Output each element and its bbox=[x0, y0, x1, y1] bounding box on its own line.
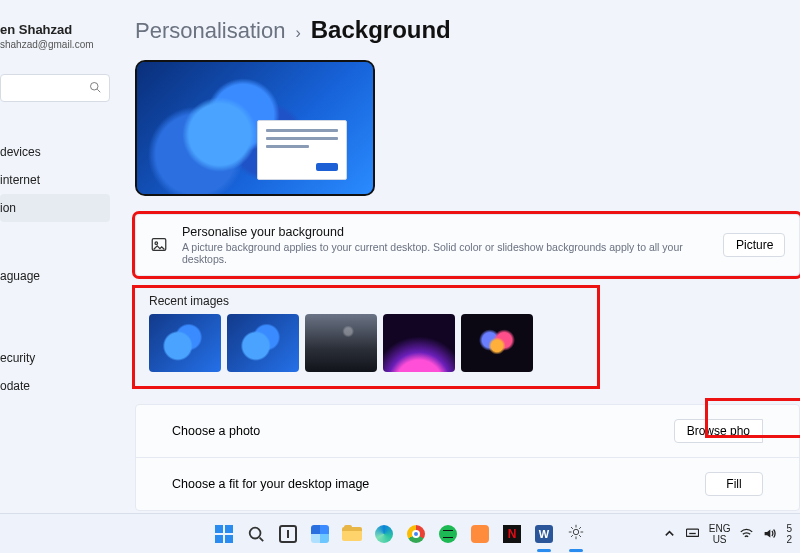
widgets-button[interactable] bbox=[306, 520, 334, 548]
account-name: en Shahzad bbox=[0, 22, 110, 37]
wifi-icon[interactable] bbox=[740, 527, 753, 542]
lang-secondary: US bbox=[709, 534, 731, 545]
netflix-button[interactable]: N bbox=[498, 520, 526, 548]
recent-images-card: Recent images bbox=[135, 288, 597, 386]
start-button[interactable] bbox=[210, 520, 238, 548]
chrome-icon bbox=[407, 525, 425, 543]
sidebar-items: devices internet ion aguage ecurity odat… bbox=[0, 138, 110, 400]
task-view-button[interactable] bbox=[274, 520, 302, 548]
taskbar: N W ENG US 5 2 bbox=[0, 513, 800, 553]
recent-image-1[interactable] bbox=[149, 314, 221, 372]
main-content: Personalisation › Background Personalise… bbox=[135, 16, 800, 513]
recent-image-5[interactable] bbox=[461, 314, 533, 372]
system-tray: ENG US 5 2 bbox=[663, 514, 792, 553]
breadcrumb: Personalisation › Background bbox=[135, 16, 800, 44]
personalise-title: Personalise your background bbox=[182, 225, 709, 239]
spotify-button[interactable] bbox=[434, 520, 462, 548]
account-email: shahzad@gmail.com bbox=[0, 39, 110, 50]
widgets-icon bbox=[311, 525, 329, 543]
tray-time: 5 bbox=[786, 523, 792, 534]
chrome-button[interactable] bbox=[402, 520, 430, 548]
sidebar: en Shahzad shahzad@gmail.com devices int… bbox=[0, 0, 110, 513]
personalise-subtitle: A picture background applies to your cur… bbox=[182, 241, 709, 265]
svg-line-1 bbox=[97, 89, 100, 92]
tray-date: 2 bbox=[786, 534, 792, 545]
choose-photo-row: Choose a photo Browse pho bbox=[136, 405, 799, 457]
sidebar-item-update[interactable]: odate bbox=[0, 372, 110, 400]
recent-images-list bbox=[149, 314, 583, 372]
fit-dropdown[interactable]: Fill bbox=[705, 472, 763, 496]
settings-button[interactable] bbox=[562, 520, 590, 548]
sidebar-item-devices[interactable]: devices bbox=[0, 138, 110, 166]
shield-icon bbox=[471, 525, 489, 543]
breadcrumb-parent[interactable]: Personalisation bbox=[135, 18, 285, 44]
clock[interactable]: 5 2 bbox=[786, 523, 792, 545]
search-icon bbox=[247, 525, 265, 543]
recent-image-3[interactable] bbox=[305, 314, 377, 372]
language-indicator[interactable]: ENG US bbox=[709, 523, 731, 545]
svg-rect-7 bbox=[686, 529, 698, 536]
tray-chevron-icon[interactable] bbox=[663, 527, 676, 542]
taskbar-search[interactable] bbox=[242, 520, 270, 548]
background-preview bbox=[135, 60, 375, 196]
svg-point-0 bbox=[91, 82, 99, 90]
taskbar-center: N W bbox=[210, 520, 590, 548]
options-card: Choose a photo Browse pho Choose a fit f… bbox=[135, 404, 800, 511]
word-icon: W bbox=[535, 525, 553, 543]
windows-icon bbox=[215, 525, 233, 543]
sidebar-item-language[interactable]: aguage bbox=[0, 262, 110, 290]
task-view-icon bbox=[279, 525, 297, 543]
background-type-dropdown[interactable]: Picture bbox=[723, 233, 785, 257]
search-input[interactable] bbox=[0, 74, 110, 102]
word-button[interactable]: W bbox=[530, 520, 558, 548]
recent-images-title: Recent images bbox=[149, 294, 583, 308]
ime-icon[interactable] bbox=[686, 527, 699, 542]
choose-photo-label: Choose a photo bbox=[172, 424, 260, 438]
sound-icon[interactable] bbox=[763, 527, 776, 542]
chevron-right-icon: › bbox=[295, 24, 300, 42]
netflix-icon: N bbox=[503, 525, 521, 543]
svg-point-3 bbox=[155, 242, 158, 245]
svg-point-4 bbox=[250, 527, 261, 538]
recent-image-4[interactable] bbox=[383, 314, 455, 372]
svg-line-5 bbox=[260, 537, 264, 541]
choose-fit-label: Choose a fit for your desktop image bbox=[172, 477, 369, 491]
highlight-browse bbox=[708, 401, 800, 435]
explorer-button[interactable] bbox=[338, 520, 366, 548]
lang-primary: ENG bbox=[709, 523, 731, 534]
svg-point-6 bbox=[573, 529, 578, 534]
edge-icon bbox=[375, 525, 393, 543]
sidebar-item-internet[interactable]: internet bbox=[0, 166, 110, 194]
recent-image-2[interactable] bbox=[227, 314, 299, 372]
sidebar-item-security[interactable]: ecurity bbox=[0, 344, 110, 372]
choose-fit-row: Choose a fit for your desktop image Fill bbox=[136, 458, 799, 510]
image-icon bbox=[150, 236, 168, 254]
vpn-button[interactable] bbox=[466, 520, 494, 548]
gear-icon bbox=[567, 523, 585, 545]
search-icon bbox=[89, 81, 101, 96]
folder-icon bbox=[342, 527, 362, 541]
personalise-background-card: Personalise your background A picture ba… bbox=[135, 214, 800, 276]
edge-button[interactable] bbox=[370, 520, 398, 548]
sidebar-item-personalisation[interactable]: ion bbox=[0, 194, 110, 222]
personalise-row[interactable]: Personalise your background A picture ba… bbox=[136, 215, 799, 275]
window-mock bbox=[257, 120, 347, 180]
spotify-icon bbox=[439, 525, 457, 543]
page-title: Background bbox=[311, 16, 451, 44]
